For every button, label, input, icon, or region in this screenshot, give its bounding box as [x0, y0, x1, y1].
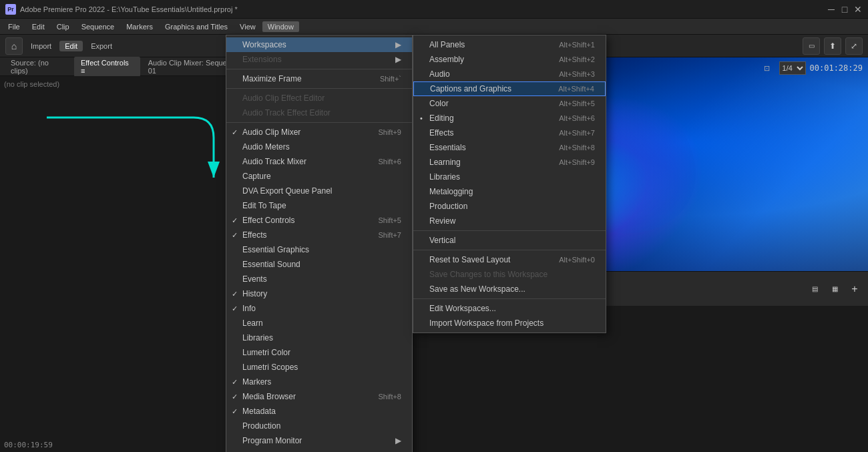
effect-controls-shortcut: Shift+5 — [378, 216, 401, 224]
info-label: Info — [242, 304, 256, 313]
maximize-button[interactable]: □ — [840, 5, 849, 14]
learn-item[interactable]: Learn — [226, 316, 412, 330]
app-logo: Pr — [5, 4, 16, 15]
menu-clip[interactable]: Clip — [51, 21, 75, 32]
overwrite-button[interactable]: ▦ — [827, 281, 843, 297]
effects-ws-label: Effects — [429, 128, 453, 138]
program-monitor-arrow-icon: ▶ — [395, 436, 401, 445]
captions-graphics-workspace-item[interactable]: Captions and Graphics Alt+Shift+4 — [413, 81, 606, 96]
effect-controls-tab[interactable]: Effect Controls ≡ — [74, 57, 140, 77]
workspaces-menu-item[interactable]: Workspaces ▶ — [226, 37, 412, 52]
editing-workspace-item[interactable]: • Editing Alt+Shift+6 — [413, 111, 606, 126]
media-browser-label: Media Browser — [242, 392, 296, 401]
import-button[interactable]: Import — [25, 41, 57, 51]
essentials-workspace-item[interactable]: Essentials Alt+Shift+8 — [413, 140, 606, 155]
menubar: File Edit Clip Sequence Markers Graphics… — [0, 19, 868, 35]
history-item[interactable]: ✓ History — [226, 286, 412, 301]
dva-export-label: DVA Export Queue Panel — [242, 186, 333, 196]
production-item[interactable]: Production — [226, 419, 412, 433]
home-button[interactable]: ⌂ — [5, 37, 23, 55]
markers-check: ✓ — [232, 378, 238, 387]
info-item[interactable]: ✓ Info — [226, 301, 412, 316]
learning-workspace-item[interactable]: Learning Alt+Shift+9 — [413, 155, 606, 170]
assembly-workspace-item[interactable]: Assembly Alt+Shift+2 — [413, 52, 606, 67]
import-workspace-item[interactable]: Import Workspace from Projects — [413, 316, 606, 330]
maximize-frame-item[interactable]: Maximize Frame Shift+` — [226, 71, 412, 86]
lumetri-color-item[interactable]: Lumetri Color — [226, 345, 412, 360]
edit-button[interactable]: Edit — [59, 41, 83, 51]
menu-sequence[interactable]: Sequence — [76, 21, 120, 32]
export-button[interactable]: Export — [85, 41, 118, 51]
preview-timecode: 00:01:28:29 — [810, 63, 863, 73]
audio-meters-item[interactable]: Audio Meters — [226, 140, 412, 154]
upload-button[interactable]: ⬆ — [824, 37, 841, 55]
learning-shortcut: Alt+Shift+9 — [559, 158, 595, 166]
close-button[interactable]: ✕ — [853, 5, 863, 14]
program-monitor-item[interactable]: Program Monitor ▶ — [226, 433, 412, 448]
learning-label: Learning — [429, 158, 461, 167]
edit-workspaces-item[interactable]: Edit Workspaces... — [413, 301, 606, 316]
audio-track-mixer-item[interactable]: Audio Track Mixer Shift+6 — [226, 154, 412, 169]
metalogging-workspace-item[interactable]: Metalogging — [413, 184, 606, 199]
audio-clip-mixer-check: ✓ — [232, 128, 238, 137]
source-tab[interactable]: Source: (no clips) — [4, 57, 73, 77]
extensions-arrow-icon: ▶ — [395, 55, 401, 64]
production-workspace-item[interactable]: Production — [413, 199, 606, 214]
media-browser-item[interactable]: ✓ Media Browser Shift+8 — [226, 389, 412, 404]
workspaces-arrow-icon: ▶ — [395, 40, 401, 49]
effect-controls-item[interactable]: ✓ Effect Controls Shift+5 — [226, 213, 412, 228]
toggle-panels-button[interactable]: ▭ — [803, 37, 820, 55]
no-clip-label: (no clip selected) — [0, 76, 256, 92]
menu-graphics-titles[interactable]: Graphics and Titles — [160, 21, 233, 32]
workspaces-submenu[interactable]: All Panels Alt+Shift+1 Assembly Alt+Shif… — [413, 35, 606, 333]
effects-item[interactable]: ✓ Effects Shift+7 — [226, 228, 412, 242]
zoom-select[interactable]: 1/41/2Full — [779, 61, 806, 75]
menu-markers[interactable]: Markers — [121, 21, 158, 32]
lumetri-scopes-item[interactable]: Lumetri Scopes — [226, 360, 412, 375]
essential-graphics-item[interactable]: Essential Graphics — [226, 242, 412, 257]
effect-controls-check: ✓ — [232, 216, 238, 225]
add-button[interactable]: + — [847, 281, 863, 297]
reset-layout-item[interactable]: Reset to Saved Layout Alt+Shift+0 — [413, 252, 606, 267]
essential-sound-item[interactable]: Essential Sound — [226, 257, 412, 272]
libraries-item[interactable]: Libraries — [226, 330, 412, 345]
capture-item[interactable]: Capture — [226, 169, 412, 184]
info-check: ✓ — [232, 304, 238, 313]
dva-export-item[interactable]: DVA Export Queue Panel — [226, 184, 412, 198]
menu-edit[interactable]: Edit — [27, 21, 50, 32]
edit-to-tape-item[interactable]: Edit To Tape — [226, 198, 412, 213]
vertical-workspace-item[interactable]: Vertical — [413, 233, 606, 248]
metadata-item[interactable]: ✓ Metadata — [226, 404, 412, 419]
audio-clip-mixer-item[interactable]: ✓ Audio Clip Mixer Shift+9 — [226, 125, 412, 140]
all-panels-workspace-item[interactable]: All Panels Alt+Shift+1 — [413, 37, 606, 52]
events-item[interactable]: Events — [226, 272, 412, 286]
menu-file[interactable]: File — [3, 21, 25, 32]
progress-item[interactable]: Progress — [226, 448, 412, 452]
history-label: History — [242, 289, 267, 298]
minimize-button[interactable]: ─ — [827, 5, 836, 14]
editing-shortcut: Alt+Shift+6 — [559, 114, 595, 122]
color-workspace-item[interactable]: Color Alt+Shift+5 — [413, 96, 606, 111]
safe-margins-button[interactable]: ⊡ — [759, 60, 775, 76]
workspaces-vertical-section: Vertical — [413, 231, 606, 250]
audio-clip-mixer-shortcut: Shift+9 — [378, 128, 401, 136]
effects-workspace-item[interactable]: Effects Alt+Shift+7 — [413, 126, 606, 140]
audio-workspace-item[interactable]: Audio Alt+Shift+3 — [413, 67, 606, 81]
audio-shortcut: Alt+Shift+3 — [559, 70, 595, 78]
import-workspace-label: Import Workspace from Projects — [429, 318, 544, 328]
review-workspace-item[interactable]: Review — [413, 214, 606, 228]
window-menu-dropdown[interactable]: Workspaces ▶ Extensions ▶ Maximize Frame… — [226, 35, 413, 452]
audio-clip-effect-editor-label: Audio Clip Effect Editor — [242, 93, 324, 103]
menu-view[interactable]: View — [234, 21, 261, 32]
markers-item[interactable]: ✓ Markers — [226, 375, 412, 389]
save-new-workspace-item[interactable]: Save as New Workspace... — [413, 282, 606, 296]
workspaces-reset-section: Reset to Saved Layout Alt+Shift+0 Save C… — [413, 250, 606, 299]
effect-controls-label: Effect Controls — [242, 216, 294, 225]
menu-window[interactable]: Window — [262, 21, 299, 32]
titlebar-controls[interactable]: ─ □ ✕ — [827, 5, 863, 14]
fullscreen-button[interactable]: ⤢ — [845, 37, 863, 55]
libraries-workspace-item[interactable]: Libraries — [413, 170, 606, 184]
insert-button[interactable]: ▤ — [807, 281, 823, 297]
window-menu-section-4: ✓ Audio Clip Mixer Shift+9 Audio Meters … — [226, 123, 412, 452]
source-panel-tabs: Source: (no clips) Effect Controls ≡ Aud… — [0, 57, 256, 76]
